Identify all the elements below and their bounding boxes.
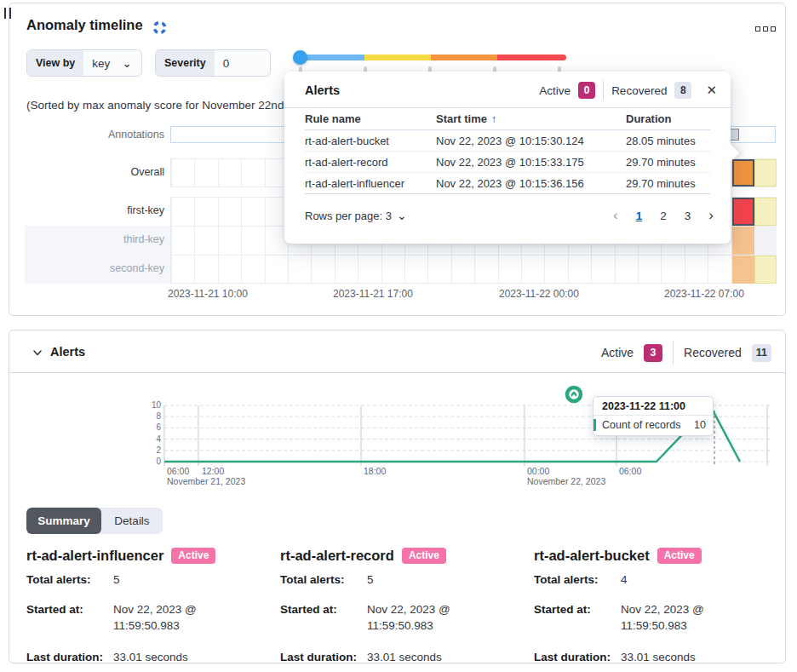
popup-title: Alerts — [305, 83, 539, 97]
panel-drag-handle-icon[interactable] — [4, 8, 11, 19]
swimlane-cell-third-key[interactable] — [732, 227, 754, 255]
cell-start-time: Nov 22, 2023 @ 10:15:36.156 — [436, 177, 626, 190]
alert-card-record: rt-ad-alert-record Active Total alerts: … — [280, 548, 534, 665]
pagination: ‹ 1 2 3 › — [613, 207, 714, 224]
tooltip-series: Count of records — [602, 419, 680, 431]
column-rule-name: Rule name — [305, 112, 436, 125]
severity-input[interactable]: 0 — [215, 50, 237, 76]
recovered-label: Recovered — [611, 84, 667, 97]
tooltip-time: 2023-11-22 11:00 — [593, 397, 713, 416]
swimlane-x-tick: 2023-11-22 07:00 — [664, 288, 744, 300]
help-beacon-icon[interactable] — [152, 20, 167, 35]
page-1[interactable]: 1 — [636, 210, 643, 222]
alerts-panel: Alerts Active 3 Recovered 11 — [9, 330, 786, 663]
view-by-select[interactable]: key ⌄ — [83, 50, 139, 76]
swimlane-cell-first-key-selected[interactable] — [732, 198, 754, 226]
close-icon[interactable]: ✕ — [706, 83, 717, 98]
table-row[interactable]: rt-ad-alert-record Nov 22, 2023 @ 10:15:… — [305, 152, 710, 173]
status-badge: Active — [171, 548, 215, 564]
tooltip-value: 10 — [694, 419, 706, 431]
page-3[interactable]: 3 — [685, 210, 691, 222]
tab-summary[interactable]: Summary — [26, 508, 101, 534]
total-alerts-label: Total alerts: — [534, 571, 621, 589]
swimlane-cell-overall[interactable] — [754, 159, 777, 187]
collapse-chevron-icon[interactable] — [32, 346, 43, 356]
started-at-label: Started at: — [26, 601, 113, 635]
alert-rule-name: rt-ad-alert-influencer — [26, 548, 163, 564]
svg-text:6: 6 — [156, 422, 161, 432]
panel-options-icon[interactable] — [755, 26, 776, 32]
swimlane-x-tick: 2023-11-21 17:00 — [333, 288, 413, 300]
swimlane-cell-second-key[interactable] — [754, 256, 777, 284]
swimlane-x-tick: 2023-11-22 00:00 — [499, 288, 579, 300]
column-start-time[interactable]: Start time↑ — [436, 112, 626, 125]
total-alerts-value: 5 — [367, 571, 496, 589]
svg-text:06:00: 06:00 — [619, 466, 641, 476]
swimlane-cell-second-key[interactable] — [732, 256, 754, 284]
column-duration: Duration — [626, 112, 710, 125]
alert-rule-name: rt-ad-alert-record — [280, 548, 394, 564]
svg-text:10: 10 — [152, 400, 162, 410]
lane-label-first-key: first-key — [9, 204, 164, 216]
svg-text:2: 2 — [156, 445, 161, 455]
last-duration-value: 33.01 seconds — [113, 649, 243, 666]
lane-label-second-key: second-key — [9, 262, 164, 274]
page-2[interactable]: 2 — [660, 210, 667, 222]
recovered-label: Recovered — [684, 346, 742, 359]
rows-per-page-select[interactable]: Rows per page: 3 ⌄ — [305, 210, 407, 222]
last-duration-value: 33.01 seconds — [621, 649, 750, 666]
alert-card-influencer: rt-ad-alert-influencer Active Total aler… — [26, 548, 280, 665]
cell-rule-name: rt-ad-alert-bucket — [305, 135, 436, 147]
annotation-marker[interactable] — [730, 129, 739, 141]
annotations-label: Annotations — [9, 129, 164, 141]
total-alerts-label: Total alerts: — [26, 571, 113, 589]
cell-start-time: Nov 22, 2023 @ 10:15:33.175 — [436, 156, 626, 169]
divider — [673, 341, 674, 365]
summary-details-tabs: Summary Details — [26, 508, 163, 534]
last-duration-label: Last duration: — [280, 649, 367, 666]
cell-start-time: Nov 22, 2023 @ 10:15:30.124 — [436, 135, 626, 147]
total-alerts-value: 5 — [113, 571, 243, 589]
started-at-value: Nov 22, 2023 @ 11:59:50.983 — [113, 601, 243, 635]
sorted-note: (Sorted by max anomaly score for Novembe… — [26, 99, 300, 112]
next-page-icon[interactable]: › — [708, 207, 714, 224]
active-label: Active — [601, 346, 634, 359]
cell-duration: 29.70 minutes — [626, 177, 710, 190]
recovered-count-badge: 8 — [674, 82, 691, 99]
svg-text:November 22, 2023: November 22, 2023 — [527, 476, 605, 486]
series-color-bar — [593, 419, 596, 431]
status-badge: Active — [657, 548, 702, 564]
status-badge: Active — [402, 548, 446, 564]
page-title: Anomaly timeline — [26, 17, 143, 33]
view-by-control: View by key ⌄ — [26, 49, 142, 77]
swimlane-cell-overall-selected[interactable] — [732, 159, 754, 187]
swimlane-x-tick: 2023-11-21 10:00 — [168, 288, 248, 300]
svg-text:06:00: 06:00 — [167, 466, 189, 476]
tab-details[interactable]: Details — [101, 508, 163, 534]
chart-tooltip: 2023-11-22 11:00 Count of records 10 — [593, 396, 714, 436]
cell-duration: 29.70 minutes — [626, 156, 710, 169]
cell-rule-name: rt-ad-alert-record — [305, 156, 436, 169]
active-label: Active — [539, 84, 571, 97]
alerts-panel-title: Alerts — [50, 345, 85, 359]
table-row[interactable]: rt-ad-alert-bucket Nov 22, 2023 @ 10:15:… — [305, 130, 710, 152]
prev-page-icon[interactable]: ‹ — [613, 207, 618, 224]
overall-label: Overall — [9, 166, 164, 178]
lane-label-third-key: third-key — [9, 233, 164, 245]
divider — [603, 81, 604, 100]
sort-asc-icon: ↑ — [491, 113, 496, 125]
view-by-label: View by — [27, 50, 83, 76]
recovered-count-badge: 11 — [752, 344, 771, 362]
started-at-value: Nov 22, 2023 @ 11:59:50.983 — [621, 601, 750, 635]
svg-text:00:00: 00:00 — [527, 466, 549, 476]
last-duration-label: Last duration: — [26, 649, 113, 666]
severity-slider-thumb[interactable] — [293, 50, 307, 65]
severity-slider-track[interactable] — [301, 55, 566, 60]
table-row[interactable]: rt-ad-alert-influencer Nov 22, 2023 @ 10… — [305, 173, 710, 194]
svg-text:0: 0 — [156, 457, 161, 466]
active-count-badge: 0 — [578, 82, 595, 99]
swimlane-cell-third-key[interactable] — [754, 227, 777, 255]
alert-summary-cards: rt-ad-alert-influencer Active Total aler… — [26, 548, 788, 665]
swimlane-cell-first-key[interactable] — [754, 198, 777, 226]
last-duration-label: Last duration: — [534, 649, 621, 666]
